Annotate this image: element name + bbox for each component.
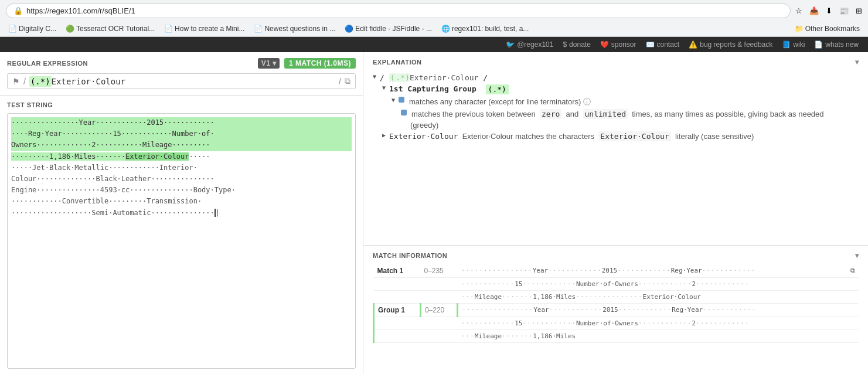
bookmark-digitally[interactable]: 📄 Digitally C... (5, 23, 60, 34)
group1-content: ················Year············2015····… (458, 304, 859, 317)
bookmark-tesseract[interactable]: 🟢 Tesseract OCR Tutorial... (62, 23, 158, 34)
test-line-8: ············Convertible·········Transmis… (11, 196, 352, 207)
group1-row: Group 1 0–220 ················Year······… (374, 304, 859, 317)
match1-row-cont2: ···Mileage·······1,186·Miles············… (374, 291, 859, 304)
test-line-3: Owners·············2···········Mileage··… (11, 140, 352, 151)
explanation-tree: ▼ / (.*)Exterior·Colour / ▼ 1st Capturin… (373, 72, 859, 142)
url-bar[interactable]: 🔒 https://regex101.com/r/sqBLIE/1 (6, 4, 791, 18)
match1-row: Match 1 0–235 ⧉ ················Year····… (374, 264, 859, 278)
exp-star-desc: matches the previous token between zero … (411, 110, 824, 118)
browser-actions: ☆ 📥 ⬇ 📰 ⊞ (795, 6, 862, 15)
match-info-collapse[interactable]: ▾ (855, 251, 859, 260)
test-line-7: Engine···············4593·cc············… (11, 185, 352, 196)
explanation-header: EXPLANATION ▾ (373, 58, 859, 66)
exp-star-row: matches the previous token between zero … (373, 108, 859, 120)
exp-exterior-toggle[interactable]: ▶ (382, 132, 386, 138)
top-nav: 🐦 @regex101 $ donate ❤️ sponsor ✉️ conta… (0, 37, 868, 52)
exp-greedy-label: (greedy) (410, 121, 438, 130)
exp-dot-desc: matches any character (except for line t… (409, 97, 591, 107)
nav-contact[interactable]: ✉️ contact (646, 40, 680, 49)
nav-twitter[interactable]: 🐦 @regex101 (506, 40, 553, 49)
nav-sponsor[interactable]: ❤️ sponsor (600, 40, 636, 49)
exp-exterior-row: ▶ Exterior·Colour Exterior·Colour matche… (373, 131, 859, 142)
copy-regex-button[interactable]: ⧉ (345, 76, 350, 86)
explanation-collapse[interactable]: ▾ (855, 58, 859, 66)
group1-content-2: ············15············Number·of·Owne… (458, 317, 859, 330)
test-section: TEST STRING ················Year········… (0, 96, 363, 374)
bookmark-icon-5: 🌐 (441, 25, 450, 33)
exp-group1-row: ▼ 1st Capturing Group (.*) (373, 83, 859, 96)
address-bar: 🔒 https://regex101.com/r/sqBLIE/1 ☆ 📥 ⬇ … (0, 0, 868, 22)
test-line-9: ···················Semi·Automatic·······… (11, 208, 352, 219)
test-line-6: Colour··············Black·Leather·······… (11, 174, 352, 185)
regex-delimiter-end: / (339, 77, 341, 86)
left-panel: REGULAR EXPRESSION v1 ▾ 1 match (1.0ms) … (0, 52, 363, 374)
bookmark-icon-4: 🔵 (345, 25, 353, 33)
test-line-1: ················Year············2015····… (11, 117, 352, 128)
bookmark-jsfiddle[interactable]: 🔵 Edit fiddle - JSFiddle - ... (341, 23, 435, 34)
chevron-down-icon: ▾ (273, 59, 277, 67)
nav-whats-new[interactable]: 📄 whats new (814, 40, 859, 49)
folder-icon: 📁 (795, 25, 804, 33)
regex-delimiter-flag: ⚑ (12, 77, 20, 86)
test-section-header: TEST STRING (7, 101, 356, 108)
test-line-2: ····Reg·Year············15············Nu… (11, 128, 352, 140)
lock-icon: 🔒 (13, 6, 23, 15)
exp-pattern-display: / (.*)Exterior·Colour / (380, 73, 488, 82)
bookmark-newest[interactable]: 📄 Newest questions in ... (250, 23, 339, 34)
bookmark-mini[interactable]: 📄 How to create a Mini... (161, 23, 248, 34)
explanation-section: EXPLANATION ▾ ▼ / (.*)Exterior·Colour / … (363, 52, 868, 246)
match-badge: 1 match (1.0ms) (284, 58, 356, 69)
exp-exterior-desc: Exterior·Colour Exterior·Colour matches … (389, 132, 754, 141)
pocket-icon[interactable]: 📥 (809, 6, 819, 15)
regex-content[interactable]: (.*)Exterior·Colour (29, 77, 335, 86)
nav-bug-reports[interactable]: ⚠️ bug reports & feedback (689, 40, 772, 49)
regex-section: REGULAR EXPRESSION v1 ▾ 1 match (1.0ms) … (0, 52, 363, 96)
match1-range: 0–235 (420, 264, 457, 278)
exp-group1-label: 1st Capturing Group (389, 84, 476, 93)
download-icon[interactable]: ⬇ (826, 6, 832, 15)
test-string-area[interactable]: ················Year············2015····… (7, 113, 356, 369)
group1-range: 0–220 (420, 304, 457, 317)
test-line-5: ·····Jet·Black·Metallic············Inter… (11, 162, 352, 174)
match1-content-3: ···Mileage·······1,186·Miles············… (458, 291, 859, 304)
nav-donate[interactable]: $ donate (563, 40, 590, 49)
match1-row-cont: ············15············Number·of·Owne… (374, 278, 859, 291)
match1-label: Match 1 (374, 264, 421, 278)
reader-icon[interactable]: 📰 (839, 6, 849, 15)
exp-dot-indicator (399, 97, 404, 103)
exp-group1-badge: (.*) (486, 84, 509, 94)
exp-root-row: ▼ / (.*)Exterior·Colour / (373, 72, 859, 83)
star-icon[interactable]: ☆ (795, 6, 802, 15)
bookmark-regex101[interactable]: 🌐 regex101: build, test, a... (438, 23, 532, 34)
regex-group-part: (.*) (29, 76, 52, 87)
right-panel: EXPLANATION ▾ ▼ / (.*)Exterior·Colour / … (363, 52, 868, 374)
bookmark-icon-2: 📄 (164, 25, 173, 33)
version-selector[interactable]: v1 ▾ (258, 58, 280, 69)
bookmark-icon-0: 📄 (8, 25, 17, 33)
match-table: Match 1 0–235 ⧉ ················Year····… (373, 264, 859, 343)
bookmark-icon-1: 🟢 (66, 25, 74, 33)
grid-icon[interactable]: ⊞ (856, 6, 862, 15)
copy-match-icon[interactable]: ⧉ (850, 267, 855, 274)
group1-label: Group 1 (374, 304, 421, 317)
exp-star-indicator (401, 110, 407, 115)
dot-help-icon[interactable]: ⓘ (583, 97, 591, 106)
regex-input-row: ⚑ / (.*)Exterior·Colour / ⧉ (7, 73, 356, 89)
group1-row-cont2: ···Mileage·······1,186·Miles (374, 330, 859, 343)
match-info-section: MATCH INFORMATION ▾ Match 1 0–235 ⧉ · (363, 246, 868, 374)
regex-delimiter-start: / (23, 77, 26, 86)
match1-content: ⧉ ················Year············2015··… (458, 264, 859, 278)
exp-code-unlimited: unlimited (583, 109, 628, 119)
exp-dot-toggle[interactable]: ▼ (392, 97, 395, 103)
bookmarks-bar: 📄 Digitally C... 🟢 Tesseract OCR Tutoria… (0, 22, 868, 36)
regex-literal-part: Exterior·Colour (52, 77, 125, 86)
nav-wiki[interactable]: 📘 wiki (782, 40, 805, 49)
exp-root-toggle[interactable]: ▼ (373, 73, 376, 80)
exp-exterior-code: Exterior·Colour (598, 131, 670, 141)
regex-section-header: REGULAR EXPRESSION v1 ▾ 1 match (1.0ms) (7, 58, 356, 69)
bookmark-other[interactable]: 📁 Other Bookmarks (791, 23, 863, 34)
exp-dot-row: ▼ matches any character (except for line… (373, 96, 859, 108)
exp-greedy-row: (greedy) (373, 120, 859, 131)
exp-group1-toggle[interactable]: ▼ (382, 84, 386, 91)
